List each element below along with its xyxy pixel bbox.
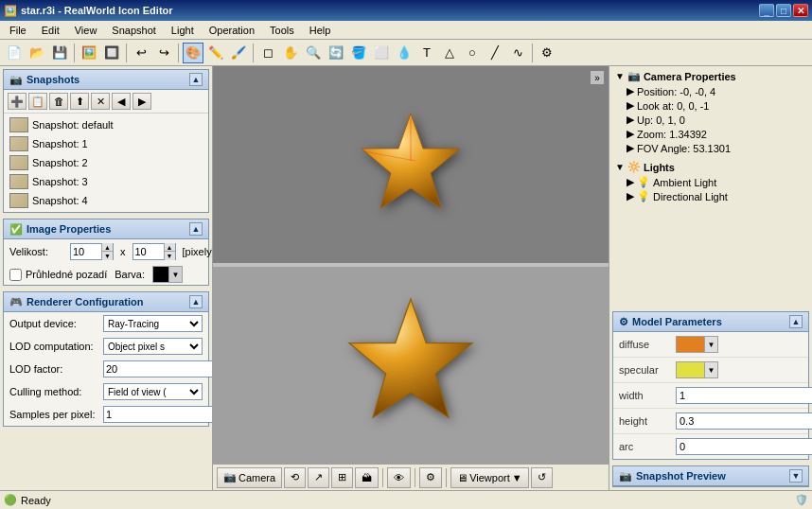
toolbar-save[interactable]: 💾 bbox=[49, 43, 70, 63]
ambient-light[interactable]: ▶ 💡 Ambient Light bbox=[611, 175, 810, 189]
menu-light[interactable]: Light bbox=[164, 23, 202, 38]
toolbar-ellipse[interactable]: ○ bbox=[462, 43, 483, 63]
width-spinner[interactable]: ▲ ▼ bbox=[70, 243, 114, 260]
toolbar-zoom[interactable]: 🔍 bbox=[303, 43, 324, 63]
canvas-tool-1[interactable]: ⟲ bbox=[284, 467, 306, 488]
snap-down[interactable]: ✕ bbox=[91, 93, 110, 110]
canvas-tool-6[interactable]: ↺ bbox=[531, 467, 553, 488]
close-button[interactable]: ✕ bbox=[793, 4, 808, 17]
width-up[interactable]: ▲ bbox=[101, 243, 113, 252]
maximize-button[interactable]: □ bbox=[776, 4, 791, 17]
height-spinner[interactable]: ▲ ▼ bbox=[132, 243, 176, 260]
canvas-tool-2[interactable]: ↗ bbox=[308, 467, 329, 488]
snapshot-item-2[interactable]: Snapshot: 2 bbox=[6, 153, 206, 172]
toolbar-select[interactable]: ◻ bbox=[257, 43, 278, 63]
menu-file[interactable]: File bbox=[2, 23, 34, 38]
canvas-divider[interactable] bbox=[213, 263, 609, 267]
camera-lookat[interactable]: ▶ Look at: 0, 0, -1 bbox=[611, 98, 810, 113]
menu-operation[interactable]: Operation bbox=[202, 23, 262, 38]
snapshot-item-0[interactable]: Snapshot: default bbox=[6, 115, 206, 134]
toolbar-brush1[interactable]: ✏️ bbox=[205, 43, 226, 63]
camera-up[interactable]: ▶ Up: 0, 1, 0 bbox=[611, 113, 810, 127]
snap-right[interactable]: ▶ bbox=[132, 93, 151, 110]
snapshot-preview-collapse[interactable]: ▼ bbox=[789, 469, 803, 483]
toolbar-brush2[interactable]: 🖌️ bbox=[228, 43, 249, 63]
width-down[interactable]: ▼ bbox=[101, 252, 113, 260]
snap-delete[interactable]: 🗑 bbox=[49, 93, 68, 110]
height-param-input[interactable] bbox=[676, 412, 812, 430]
width-param-input[interactable] bbox=[676, 387, 812, 404]
toolbar-render[interactable]: 🎨 bbox=[183, 43, 203, 63]
toolbar-icon2[interactable]: 🔲 bbox=[101, 43, 122, 63]
snapshot-item-4[interactable]: Snapshot: 4 bbox=[6, 191, 206, 210]
lod-factor-input[interactable] bbox=[103, 360, 213, 377]
toolbar-bezier[interactable]: ∿ bbox=[507, 43, 528, 63]
toolbar-settings[interactable]: ⚙ bbox=[537, 43, 557, 63]
toolbar-eyedrop[interactable]: 💧 bbox=[394, 43, 415, 63]
height-input[interactable] bbox=[133, 246, 164, 257]
camera-expand[interactable]: ▼ bbox=[615, 71, 625, 81]
toolbar-redo[interactable]: ↪ bbox=[153, 43, 174, 63]
toolbar-fill[interactable]: 🪣 bbox=[348, 43, 369, 63]
menu-view[interactable]: View bbox=[67, 23, 105, 38]
snap-copy[interactable]: 📋 bbox=[28, 93, 47, 110]
expand-btn[interactable]: » bbox=[590, 70, 605, 85]
transparent-bg-checkbox[interactable] bbox=[9, 269, 22, 281]
canvas-tool-3[interactable]: ⊞ bbox=[331, 467, 353, 488]
height-down[interactable]: ▼ bbox=[164, 252, 175, 260]
bottom-canvas[interactable] bbox=[213, 265, 609, 464]
snapshots-collapse[interactable]: ▲ bbox=[189, 73, 203, 86]
ambient-expand[interactable]: ▶ bbox=[627, 176, 634, 188]
snap-add[interactable]: ➕ bbox=[8, 93, 26, 110]
samples-input[interactable] bbox=[103, 406, 213, 423]
lights-expand[interactable]: ▼ bbox=[615, 162, 625, 172]
lod-computation-select[interactable]: Object pixel s bbox=[103, 338, 203, 355]
arc-input[interactable] bbox=[676, 438, 812, 455]
menu-snapshot[interactable]: Snapshot bbox=[104, 23, 163, 38]
toolbar-shapes[interactable]: △ bbox=[439, 43, 460, 63]
renderer-collapse[interactable]: ▲ bbox=[189, 295, 203, 308]
toolbar-open[interactable]: 📂 bbox=[26, 43, 47, 63]
snap-left[interactable]: ◀ bbox=[112, 93, 131, 110]
directional-expand[interactable]: ▶ bbox=[627, 190, 634, 202]
camera-fov[interactable]: ▶ FOV Angle: 53.1301 bbox=[611, 141, 810, 155]
snap-up[interactable]: ⬆ bbox=[70, 93, 89, 110]
canvas-content[interactable]: » bbox=[213, 66, 609, 464]
directional-light[interactable]: ▶ 💡 Directional Light bbox=[611, 189, 810, 203]
imgprops-collapse[interactable]: ▲ bbox=[189, 222, 203, 236]
canvas-eye-btn[interactable]: 👁 bbox=[387, 467, 411, 488]
height-up[interactable]: ▲ bbox=[164, 243, 175, 252]
camera-position[interactable]: ▶ Position: -0, -0, 4 bbox=[611, 84, 810, 98]
model-params-collapse[interactable]: ▲ bbox=[789, 315, 803, 328]
toolbar-move[interactable]: ✋ bbox=[280, 43, 301, 63]
snapshot-item-3[interactable]: Snapshot: 3 bbox=[6, 172, 206, 191]
specular-color-swatch[interactable]: ▼ bbox=[676, 361, 718, 378]
menu-edit[interactable]: Edit bbox=[34, 23, 67, 38]
width-input[interactable] bbox=[71, 246, 101, 257]
diffuse-color-swatch[interactable]: ▼ bbox=[676, 336, 718, 353]
toolbar-new[interactable]: 📄 bbox=[4, 43, 25, 63]
menu-help[interactable]: Help bbox=[302, 23, 339, 38]
camera-zoom[interactable]: ▶ Zoom: 1.34392 bbox=[611, 127, 810, 141]
toolbar-text[interactable]: T bbox=[416, 43, 437, 63]
canvas-tool-4[interactable]: 🏔 bbox=[355, 467, 379, 488]
viewport-icon: 🖥 bbox=[457, 472, 468, 483]
menu-tools[interactable]: Tools bbox=[262, 23, 302, 38]
top-canvas[interactable] bbox=[213, 66, 609, 265]
toolbar-line[interactable]: ╱ bbox=[485, 43, 505, 63]
toolbar-rotate[interactable]: 🔄 bbox=[326, 43, 346, 63]
toolbar-icon1[interactable]: 🖼️ bbox=[79, 43, 99, 63]
diffuse-color-arrow[interactable]: ▼ bbox=[704, 337, 717, 352]
camera-btn[interactable]: 📷 Camera bbox=[217, 467, 282, 488]
viewport-btn[interactable]: 🖥 Viewport ▼ bbox=[450, 467, 529, 488]
canvas-tool-5[interactable]: ⚙ bbox=[419, 467, 442, 488]
minimize-button[interactable]: _ bbox=[759, 4, 774, 17]
toolbar-sep-3 bbox=[178, 44, 179, 62]
output-device-select[interactable]: Ray-Tracing bbox=[103, 315, 203, 332]
snapshot-item-1[interactable]: Snapshot: 1 bbox=[6, 134, 206, 153]
color-picker-btn[interactable]: ▼ bbox=[152, 266, 183, 283]
toolbar-undo[interactable]: ↩ bbox=[131, 43, 151, 63]
specular-color-arrow[interactable]: ▼ bbox=[704, 362, 717, 377]
toolbar-eraser[interactable]: ⬜ bbox=[371, 43, 392, 63]
culling-select[interactable]: Field of view ( bbox=[103, 383, 203, 400]
